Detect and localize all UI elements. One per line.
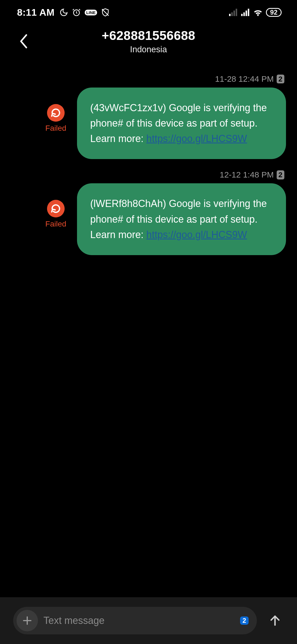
alarm-icon bbox=[72, 8, 81, 17]
status-clock: 8:11 AM bbox=[17, 7, 54, 18]
failed-label: Failed bbox=[45, 124, 66, 133]
timestamp-text: 11-28 12:44 PM bbox=[215, 74, 274, 84]
svg-rect-7 bbox=[246, 10, 247, 16]
contact-region: Indonesia bbox=[102, 45, 195, 54]
signal-weak-icon bbox=[229, 9, 238, 16]
failed-label: Failed bbox=[45, 220, 66, 228]
svg-rect-8 bbox=[248, 9, 249, 16]
retry-icon[interactable] bbox=[47, 200, 65, 217]
svg-rect-2 bbox=[231, 12, 233, 16]
message-item: 12-12 1:48 PM 2 Failed (lWERf8h8ChAh) Go… bbox=[11, 170, 286, 255]
message-row: Failed (lWERf8h8ChAh) Google is verifyin… bbox=[11, 183, 286, 255]
svg-rect-6 bbox=[243, 12, 245, 16]
sim-selector[interactable]: 2 bbox=[240, 616, 249, 625]
composer-bar: Text message 2 bbox=[0, 597, 297, 644]
retry-icon[interactable] bbox=[47, 104, 65, 122]
chat-header: +628881556688 Indonesia bbox=[0, 25, 297, 63]
back-button[interactable] bbox=[15, 33, 32, 50]
status-left: 8:11 AM LINE bbox=[17, 7, 110, 18]
compose-field[interactable]: Text message 2 bbox=[13, 607, 257, 634]
message-item: 11-28 12:44 PM 2 Failed (43vWcFC1zx1v) G… bbox=[11, 74, 286, 159]
compose-input[interactable]: Text message bbox=[43, 615, 235, 626]
send-button[interactable] bbox=[265, 611, 285, 631]
svg-rect-5 bbox=[241, 14, 243, 16]
header-title-block[interactable]: +628881556688 Indonesia bbox=[102, 28, 195, 54]
battery-indicator: 92 bbox=[266, 8, 282, 17]
sim-badge: 2 bbox=[277, 170, 284, 179]
shield-icon bbox=[101, 8, 110, 17]
svg-rect-1 bbox=[229, 14, 230, 16]
message-row: Failed (43vWcFC1zx1v) Google is verifyin… bbox=[11, 88, 286, 159]
sim-badge: 2 bbox=[277, 75, 284, 84]
attach-button[interactable] bbox=[16, 610, 38, 631]
svg-rect-3 bbox=[233, 10, 235, 16]
message-timestamp: 12-12 1:48 PM 2 bbox=[11, 170, 286, 179]
message-bubble[interactable]: (43vWcFC1zx1v) Google is verifying the p… bbox=[77, 88, 286, 159]
line-app-icon: LINE bbox=[85, 10, 97, 15]
failed-indicator[interactable]: Failed bbox=[41, 104, 70, 133]
failed-indicator[interactable]: Failed bbox=[41, 200, 70, 228]
moon-icon bbox=[59, 8, 68, 17]
wifi-icon bbox=[253, 9, 263, 16]
message-link[interactable]: https://goo.gl/LHCS9W bbox=[146, 133, 247, 144]
message-bubble[interactable]: (lWERf8h8ChAh) Google is verifying the p… bbox=[77, 183, 286, 255]
contact-number: +628881556688 bbox=[102, 28, 195, 43]
message-timestamp: 11-28 12:44 PM 2 bbox=[11, 74, 286, 84]
signal-icon bbox=[241, 9, 250, 16]
svg-rect-4 bbox=[236, 9, 237, 16]
status-bar: 8:11 AM LINE 92 bbox=[0, 0, 297, 25]
timestamp-text: 12-12 1:48 PM bbox=[220, 170, 274, 179]
message-link[interactable]: https://goo.gl/LHCS9W bbox=[146, 229, 247, 240]
status-right: 92 bbox=[229, 8, 282, 17]
message-list[interactable]: 11-28 12:44 PM 2 Failed (43vWcFC1zx1v) G… bbox=[0, 74, 297, 255]
